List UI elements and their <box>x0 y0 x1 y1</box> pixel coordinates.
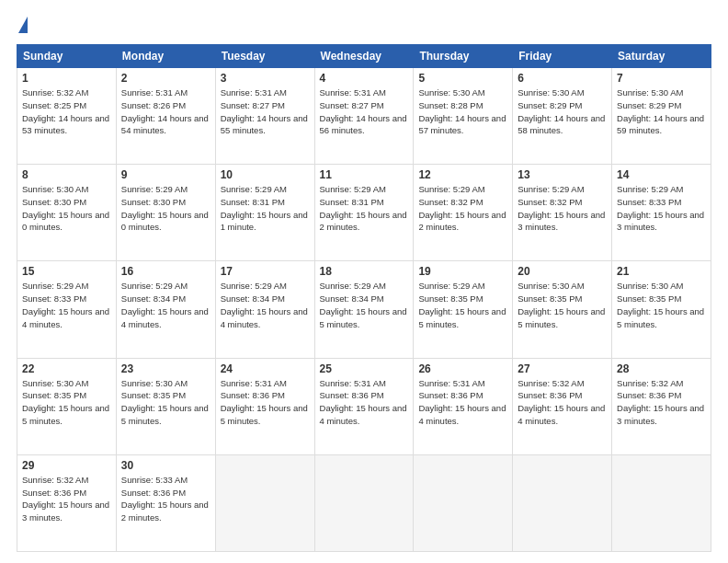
day-info: Sunrise: 5:31 AM Sunset: 8:26 PM Dayligh… <box>121 86 210 137</box>
day-number: 26 <box>418 362 507 375</box>
day-info: Sunrise: 5:30 AM Sunset: 8:29 PM Dayligh… <box>617 86 706 137</box>
logo <box>17 17 28 35</box>
calendar-cell: 23Sunrise: 5:30 AM Sunset: 8:35 PM Dayli… <box>116 358 215 454</box>
day-number: 27 <box>518 362 607 375</box>
day-info: Sunrise: 5:30 AM Sunset: 8:35 PM Dayligh… <box>518 280 607 330</box>
calendar-cell: 16Sunrise: 5:29 AM Sunset: 8:34 PM Dayli… <box>116 261 215 358</box>
day-number: 2 <box>121 72 210 85</box>
calendar-table: SundayMondayTuesdayWednesdayThursdayFrid… <box>17 44 711 552</box>
day-info: Sunrise: 5:30 AM Sunset: 8:29 PM Dayligh… <box>518 86 607 137</box>
calendar-cell: 19Sunrise: 5:29 AM Sunset: 8:35 PM Dayli… <box>414 261 513 358</box>
day-number: 21 <box>617 265 706 278</box>
calendar-cell: 20Sunrise: 5:30 AM Sunset: 8:35 PM Dayli… <box>513 261 612 358</box>
calendar-cell: 30Sunrise: 5:33 AM Sunset: 8:36 PM Dayli… <box>116 454 215 551</box>
day-number: 7 <box>617 72 706 85</box>
day-number: 11 <box>320 168 409 181</box>
calendar-cell: 5Sunrise: 5:30 AM Sunset: 8:28 PM Daylig… <box>414 68 513 165</box>
day-number: 9 <box>121 168 210 181</box>
calendar-cell: 2Sunrise: 5:31 AM Sunset: 8:26 PM Daylig… <box>116 68 215 165</box>
day-number: 18 <box>320 265 409 278</box>
calendar-cell <box>612 454 711 551</box>
dow-tuesday: Tuesday <box>215 45 314 68</box>
dow-sunday: Sunday <box>17 45 117 68</box>
day-number: 22 <box>22 362 111 375</box>
calendar-cell: 22Sunrise: 5:30 AM Sunset: 8:35 PM Dayli… <box>17 358 117 454</box>
calendar-cell: 10Sunrise: 5:29 AM Sunset: 8:31 PM Dayli… <box>215 165 314 261</box>
calendar-cell: 6Sunrise: 5:30 AM Sunset: 8:29 PM Daylig… <box>513 68 612 165</box>
day-number: 30 <box>121 459 210 472</box>
day-info: Sunrise: 5:29 AM Sunset: 8:34 PM Dayligh… <box>320 280 409 330</box>
day-of-week-header-row: SundayMondayTuesdayWednesdayThursdayFrid… <box>17 45 711 68</box>
calendar-cell: 8Sunrise: 5:30 AM Sunset: 8:30 PM Daylig… <box>17 165 117 261</box>
day-number: 1 <box>22 72 111 85</box>
day-info: Sunrise: 5:29 AM Sunset: 8:32 PM Dayligh… <box>418 183 507 234</box>
calendar-cell: 21Sunrise: 5:30 AM Sunset: 8:35 PM Dayli… <box>612 261 711 358</box>
day-info: Sunrise: 5:32 AM Sunset: 8:36 PM Dayligh… <box>22 474 111 524</box>
dow-monday: Monday <box>116 45 215 68</box>
day-info: Sunrise: 5:31 AM Sunset: 8:36 PM Dayligh… <box>221 377 310 428</box>
day-number: 28 <box>617 362 706 375</box>
day-info: Sunrise: 5:31 AM Sunset: 8:27 PM Dayligh… <box>320 86 409 137</box>
calendar-cell: 25Sunrise: 5:31 AM Sunset: 8:36 PM Dayli… <box>314 358 414 454</box>
day-info: Sunrise: 5:29 AM Sunset: 8:33 PM Dayligh… <box>22 280 111 330</box>
day-info: Sunrise: 5:30 AM Sunset: 8:35 PM Dayligh… <box>617 280 706 330</box>
week-row-2: 15Sunrise: 5:29 AM Sunset: 8:33 PM Dayli… <box>17 261 711 358</box>
day-info: Sunrise: 5:32 AM Sunset: 8:36 PM Dayligh… <box>617 377 706 428</box>
day-number: 10 <box>221 168 310 181</box>
week-row-4: 29Sunrise: 5:32 AM Sunset: 8:36 PM Dayli… <box>17 454 711 551</box>
day-number: 13 <box>518 168 607 181</box>
calendar-cell <box>513 454 612 551</box>
day-number: 24 <box>221 362 310 375</box>
week-row-1: 8Sunrise: 5:30 AM Sunset: 8:30 PM Daylig… <box>17 165 711 261</box>
dow-thursday: Thursday <box>414 45 513 68</box>
day-info: Sunrise: 5:31 AM Sunset: 8:36 PM Dayligh… <box>418 377 507 428</box>
calendar-cell <box>314 454 414 551</box>
day-number: 25 <box>320 362 409 375</box>
calendar-cell: 27Sunrise: 5:32 AM Sunset: 8:36 PM Dayli… <box>513 358 612 454</box>
day-info: Sunrise: 5:29 AM Sunset: 8:32 PM Dayligh… <box>518 183 607 234</box>
day-number: 16 <box>121 265 210 278</box>
day-number: 8 <box>22 168 111 181</box>
calendar-cell: 4Sunrise: 5:31 AM Sunset: 8:27 PM Daylig… <box>314 68 414 165</box>
logo-triangle-icon <box>18 17 28 33</box>
day-number: 4 <box>320 72 409 85</box>
header <box>17 17 711 35</box>
day-number: 17 <box>221 265 310 278</box>
day-number: 20 <box>518 265 607 278</box>
day-info: Sunrise: 5:29 AM Sunset: 8:31 PM Dayligh… <box>320 183 409 234</box>
day-info: Sunrise: 5:30 AM Sunset: 8:28 PM Dayligh… <box>418 86 507 137</box>
day-number: 29 <box>22 459 111 472</box>
day-number: 23 <box>121 362 210 375</box>
calendar-cell: 28Sunrise: 5:32 AM Sunset: 8:36 PM Dayli… <box>612 358 711 454</box>
week-row-0: 1Sunrise: 5:32 AM Sunset: 8:25 PM Daylig… <box>17 68 711 165</box>
day-info: Sunrise: 5:32 AM Sunset: 8:25 PM Dayligh… <box>22 86 111 137</box>
day-info: Sunrise: 5:30 AM Sunset: 8:30 PM Dayligh… <box>22 183 111 234</box>
calendar-cell: 17Sunrise: 5:29 AM Sunset: 8:34 PM Dayli… <box>215 261 314 358</box>
day-info: Sunrise: 5:31 AM Sunset: 8:36 PM Dayligh… <box>320 377 409 428</box>
calendar-cell: 1Sunrise: 5:32 AM Sunset: 8:25 PM Daylig… <box>17 68 117 165</box>
day-number: 15 <box>22 265 111 278</box>
day-info: Sunrise: 5:32 AM Sunset: 8:36 PM Dayligh… <box>518 377 607 428</box>
day-info: Sunrise: 5:31 AM Sunset: 8:27 PM Dayligh… <box>221 86 310 137</box>
week-row-3: 22Sunrise: 5:30 AM Sunset: 8:35 PM Dayli… <box>17 358 711 454</box>
calendar-cell: 29Sunrise: 5:32 AM Sunset: 8:36 PM Dayli… <box>17 454 117 551</box>
day-number: 12 <box>418 168 507 181</box>
day-info: Sunrise: 5:29 AM Sunset: 8:31 PM Dayligh… <box>221 183 310 234</box>
dow-friday: Friday <box>513 45 612 68</box>
calendar-cell: 7Sunrise: 5:30 AM Sunset: 8:29 PM Daylig… <box>612 68 711 165</box>
calendar-cell: 3Sunrise: 5:31 AM Sunset: 8:27 PM Daylig… <box>215 68 314 165</box>
day-info: Sunrise: 5:29 AM Sunset: 8:33 PM Dayligh… <box>617 183 706 234</box>
calendar-cell <box>414 454 513 551</box>
calendar-cell: 15Sunrise: 5:29 AM Sunset: 8:33 PM Dayli… <box>17 261 117 358</box>
calendar-cell <box>215 454 314 551</box>
day-number: 14 <box>617 168 706 181</box>
calendar-cell: 12Sunrise: 5:29 AM Sunset: 8:32 PM Dayli… <box>414 165 513 261</box>
day-number: 3 <box>221 72 310 85</box>
dow-saturday: Saturday <box>612 45 711 68</box>
day-number: 5 <box>418 72 507 85</box>
calendar-cell: 26Sunrise: 5:31 AM Sunset: 8:36 PM Dayli… <box>414 358 513 454</box>
day-info: Sunrise: 5:29 AM Sunset: 8:34 PM Dayligh… <box>221 280 310 330</box>
calendar-cell: 24Sunrise: 5:31 AM Sunset: 8:36 PM Dayli… <box>215 358 314 454</box>
calendar-cell: 9Sunrise: 5:29 AM Sunset: 8:30 PM Daylig… <box>116 165 215 261</box>
day-info: Sunrise: 5:29 AM Sunset: 8:35 PM Dayligh… <box>418 280 507 330</box>
